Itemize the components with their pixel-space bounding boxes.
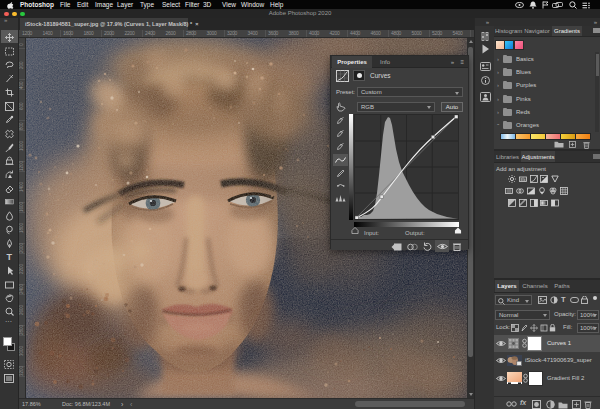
svg-text:T: T — [7, 252, 13, 262]
